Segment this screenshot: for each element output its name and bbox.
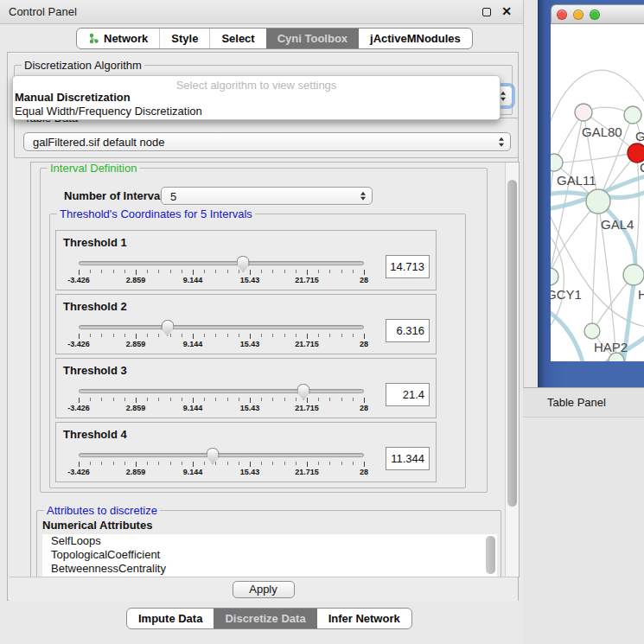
network-window-titlebar[interactable] bbox=[551, 4, 644, 24]
network-node[interactable] bbox=[584, 323, 600, 339]
table-data-select[interactable]: galFiltered.sif default node bbox=[23, 132, 511, 151]
tab-select[interactable]: Select bbox=[209, 29, 265, 48]
node-label: GAL80 bbox=[582, 124, 622, 139]
apply-button[interactable]: Apply bbox=[233, 581, 295, 598]
tab-infer-network[interactable]: Infer Network bbox=[317, 609, 411, 628]
tick-label: -3.426 bbox=[67, 340, 90, 348]
group-title: Interval Definition bbox=[48, 162, 139, 175]
threshold-slider[interactable] bbox=[79, 453, 364, 457]
float-window-icon[interactable] bbox=[482, 8, 491, 16]
tick-label: 2.859 bbox=[126, 404, 146, 412]
dropdown-option-manual[interactable]: Manual Discretization bbox=[13, 91, 500, 105]
apply-bar: Apply bbox=[9, 577, 518, 601]
tab-cyni-toolbox[interactable]: Cyni Toolbox bbox=[266, 29, 359, 48]
slider-ticks bbox=[79, 398, 364, 404]
tab-impute-data[interactable]: Impute Data bbox=[127, 609, 214, 628]
tick-label: 9.144 bbox=[183, 468, 203, 476]
tab-label: Select bbox=[221, 29, 254, 48]
dropdown-prompt: Select algorithm to view settings bbox=[13, 76, 500, 91]
network-node[interactable] bbox=[624, 106, 641, 124]
close-traffic-light-icon[interactable] bbox=[557, 10, 567, 20]
numerical-attributes-list[interactable]: SelfLoopsTopologicalCoefficientBetweenne… bbox=[42, 534, 497, 577]
close-icon[interactable]: ✕ bbox=[501, 4, 512, 18]
threshold-value-field[interactable]: 21.4 bbox=[386, 383, 430, 406]
tick-label: 21.715 bbox=[295, 468, 319, 476]
tick-label: 15.43 bbox=[240, 404, 260, 412]
tick-label: 21.715 bbox=[295, 276, 319, 284]
tab-discretize-data[interactable]: Discretize Data bbox=[214, 609, 316, 628]
tick-label: 21.715 bbox=[295, 340, 319, 348]
tab-label: Network bbox=[104, 29, 148, 48]
slider-tick-labels: -3.4262.8599.14415.4321.71528 bbox=[79, 276, 364, 285]
tab-network[interactable]: Network bbox=[77, 29, 159, 48]
attribute-list-item[interactable]: TopologicalCoefficient bbox=[42, 548, 497, 562]
threshold-value-field[interactable]: 11.344 bbox=[386, 447, 430, 470]
attribute-list-item[interactable]: SelfLoops bbox=[42, 534, 497, 548]
table-panel-titlebar: Table Panel bbox=[523, 387, 644, 418]
tab-label: Impute Data bbox=[138, 609, 202, 628]
network-view-canvas[interactable]: GAL80GACGAL11GAL4GCY1HHAP2 bbox=[551, 24, 644, 361]
attributes-list-scrollbar[interactable] bbox=[486, 536, 495, 574]
threshold-box: Threshold 4 -3.4262.8599.14415.4321.7152… bbox=[55, 422, 437, 482]
dropdown-option-equal-width[interactable]: Equal Width/Frequency Discretization bbox=[13, 105, 500, 118]
table-data-value: galFiltered.sif default node bbox=[33, 133, 164, 151]
combo-arrows-icon bbox=[501, 92, 506, 101]
tab-style[interactable]: Style bbox=[159, 29, 209, 48]
threshold-label: Threshold 3 bbox=[63, 364, 127, 377]
control-panel-titlebar: Control Panel ✕ bbox=[0, 0, 523, 24]
minimize-traffic-light-icon[interactable] bbox=[573, 10, 583, 20]
control-panel-tabs: Network Style Select Cyni Toolbox jActiv… bbox=[76, 28, 473, 49]
node-label: H bbox=[638, 287, 644, 302]
control-panel: Control Panel ✕ Network Style Select Cyn… bbox=[0, 0, 524, 644]
tick-label: 15.43 bbox=[240, 340, 260, 348]
threshold-box: Threshold 2 -3.4262.8599.14415.4321.7152… bbox=[55, 294, 437, 354]
threshold-slider[interactable] bbox=[79, 261, 364, 265]
algorithm-dropdown-popup: Select algorithm to view settings Manual… bbox=[12, 75, 501, 120]
tab-label: Infer Network bbox=[328, 609, 400, 628]
tick-label: 28 bbox=[360, 276, 368, 284]
numerical-attributes-label: Numerical Attributes bbox=[42, 519, 152, 532]
thresholds-group: Threshold's Coordinates for 5 Intervals … bbox=[49, 214, 466, 488]
number-of-intervals-select[interactable]: 5 bbox=[161, 187, 373, 205]
tick-label: 9.144 bbox=[183, 404, 203, 412]
network-node[interactable] bbox=[586, 189, 610, 214]
tab-jactivemnodules[interactable]: jActiveMNodules bbox=[359, 29, 472, 48]
tick-label: 28 bbox=[360, 468, 368, 476]
tick-label: 9.144 bbox=[183, 340, 203, 348]
slider-tick-labels: -3.4262.8599.14415.4321.71528 bbox=[79, 340, 364, 349]
threshold-slider[interactable] bbox=[79, 389, 364, 393]
network-node[interactable] bbox=[551, 154, 563, 171]
threshold-slider[interactable] bbox=[79, 325, 364, 329]
tab-label: Cyni Toolbox bbox=[277, 29, 348, 48]
scrollbar-thumb[interactable] bbox=[507, 180, 517, 507]
zoom-traffic-light-icon[interactable] bbox=[590, 10, 600, 20]
settings-scrollpane: Interval Definition Number of Intervals … bbox=[30, 162, 520, 577]
slider-tick-labels: -3.4262.8599.14415.4321.71528 bbox=[79, 468, 364, 477]
tick-label: -3.426 bbox=[67, 468, 90, 476]
tick-label: 28 bbox=[360, 340, 368, 348]
threshold-value-field[interactable]: 6.316 bbox=[386, 319, 430, 342]
settings-vertical-scrollbar[interactable] bbox=[505, 163, 519, 577]
cyni-toolbox-panel: Discretization Algorithm Select algorith… bbox=[7, 52, 519, 601]
tab-label: Discretize Data bbox=[225, 609, 305, 628]
attributes-to-discretize-group: Attributes to discretize Numerical Attri… bbox=[36, 510, 501, 577]
attribute-list-item[interactable]: BetweennessCentrality bbox=[42, 562, 497, 576]
network-tab-icon bbox=[88, 33, 99, 44]
threshold-box: Threshold 3 -3.4262.8599.14415.4321.7152… bbox=[55, 358, 437, 418]
network-node[interactable] bbox=[575, 104, 592, 121]
slider-ticks bbox=[79, 270, 364, 276]
tick-label: -3.426 bbox=[67, 404, 90, 412]
group-title: Discretization Algorithm bbox=[22, 59, 144, 72]
network-node[interactable] bbox=[551, 268, 558, 285]
tab-label: jActiveMNodules bbox=[370, 29, 461, 48]
tick-label: 2.859 bbox=[126, 276, 146, 284]
network-node[interactable] bbox=[623, 265, 644, 285]
combo-arrows-icon bbox=[360, 191, 366, 201]
cyni-mode-tabs: Impute Data Discretize Data Infer Networ… bbox=[126, 608, 412, 629]
group-title: Attributes to discretize bbox=[44, 504, 160, 517]
tab-label: Style bbox=[171, 29, 198, 48]
table-panel-title: Table Panel bbox=[547, 396, 606, 409]
tick-label: 15.43 bbox=[240, 276, 260, 284]
slider-ticks bbox=[79, 462, 364, 468]
threshold-value-field[interactable]: 14.713 bbox=[386, 255, 430, 278]
